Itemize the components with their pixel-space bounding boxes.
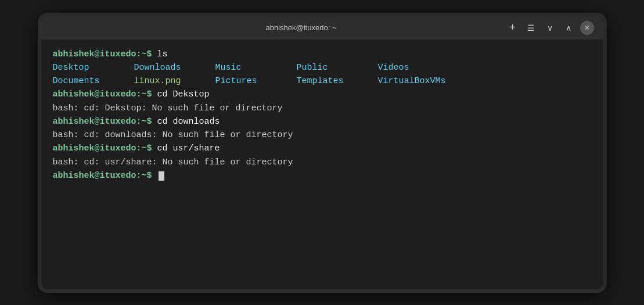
dir-documents: Documents [53,74,134,88]
file-linuxpng: linux.png [134,74,215,88]
dir-desktop: Desktop [53,61,134,74]
prompt-4: abhishek@ituxedo:~$ [53,89,152,99]
prompt-6: abhishek@ituxedo:~$ [53,117,152,127]
titlebar-controls: + ☰ ∨ ∧ ✕ [506,21,594,35]
scroll-up-button[interactable]: ∧ [562,21,575,35]
terminal-line-8: abhishek@ituxedo:~$ cd usr/share [53,142,592,155]
error-line-3: bash: cd: usr/share: No such file or dir… [53,156,592,169]
dir-pictures: Pictures [215,74,297,88]
prompt-10: abhishek@ituxedo:~$ [53,171,152,181]
window-inner: abhishek@ituxedo: ~ + ☰ ∨ ∧ ✕ abhishek@i… [41,16,603,289]
terminal-line-1: abhishek@ituxedo:~$ ls [53,48,592,61]
scroll-down-button[interactable]: ∨ [543,21,557,35]
dir-downloads: Downloads [134,61,215,74]
cmd-6: cd downloads [152,117,220,127]
menu-button[interactable]: ☰ [524,21,538,35]
window-title: abhishek@ituxedo: ~ [97,23,506,32]
error-line-1: bash: cd: Dekstop: No such file or direc… [53,102,592,115]
terminal-line-6: abhishek@ituxedo:~$ cd downloads [53,115,592,128]
terminal-body[interactable]: abhishek@ituxedo:~$ ls Desktop Downloads… [41,40,603,289]
terminal-cursor [159,171,164,181]
dir-templates: Templates [297,74,378,88]
ls-row-1: Desktop Downloads Music Public Videos [53,61,592,74]
error-line-2: bash: cd: downloads: No such file or dir… [53,128,592,142]
prompt-8: abhishek@ituxedo:~$ [53,143,152,153]
ls-row-2: Documents linux.png Pictures Templates V… [53,74,592,88]
close-button[interactable]: ✕ [580,21,594,35]
cmd-1: ls [152,49,168,59]
titlebar: abhishek@ituxedo: ~ + ☰ ∨ ∧ ✕ [41,16,603,40]
cmd-8: cd usr/share [152,143,220,153]
terminal-window: abhishek@ituxedo: ~ + ☰ ∨ ∧ ✕ abhishek@i… [38,13,607,293]
dir-music: Music [215,61,297,74]
prompt-1: abhishek@ituxedo:~$ [53,49,152,59]
new-tab-button[interactable]: + [506,21,520,35]
dir-public: Public [297,61,378,74]
dir-virtualboxvms: VirtualBoxVMs [378,74,459,88]
terminal-line-10: abhishek@ituxedo:~$ [53,169,592,182]
cmd-4: cd Dekstop [152,89,210,99]
dir-videos: Videos [378,61,459,74]
terminal-line-4: abhishek@ituxedo:~$ cd Dekstop [53,88,592,101]
cmd-10 [152,171,157,181]
